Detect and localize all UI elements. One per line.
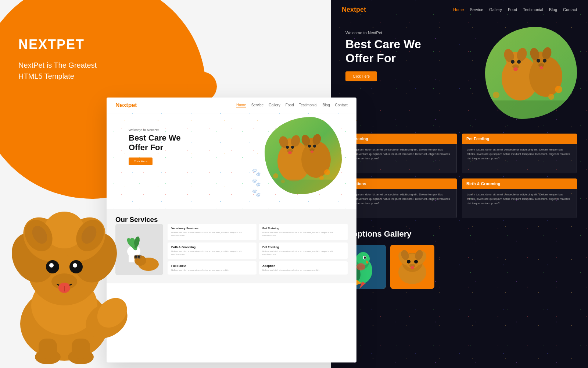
dt-gallery-orange-bg xyxy=(390,245,434,289)
lt-service-bath-desc: Nullam sed nibh at arcu viverra luctus a… xyxy=(171,250,253,256)
lt-service-bath-title: Bath & Grooming xyxy=(171,245,253,249)
dt-card-grooming-text: Lorem ipsum, dolor sit amet consectetur … xyxy=(467,192,572,206)
lt-nav-contact[interactable]: Contact xyxy=(335,103,348,107)
brand-text-block: NEXTPET NextPet is The Greatest HTML5 Te… xyxy=(18,37,97,82)
dt-nav-contact[interactable]: Contact xyxy=(563,7,577,12)
dt-card-training-body: Lorem ipsum, dolor sit amet consectetur … xyxy=(342,144,457,173)
dt-card-grooming: Birth & Grooming Lorem ipsum, dolor sit … xyxy=(462,178,577,218)
dt-nav-food[interactable]: Food xyxy=(508,7,517,12)
brand-title: NEXTPET xyxy=(18,37,97,52)
dt-nav-home[interactable]: Home xyxy=(453,7,464,12)
dt-card-training-header: Pet Traning xyxy=(342,134,457,144)
svg-point-46 xyxy=(511,60,514,64)
dt-card-grooming-body: Lorem ipsum, dolor sit amet consectetur … xyxy=(462,189,577,218)
svg-point-56 xyxy=(493,92,499,98)
svg-point-12 xyxy=(313,145,316,148)
dt-nav: Home Service Gallery Food Testimonial Bl… xyxy=(453,7,577,12)
lt-nav-gallery[interactable]: Gallery xyxy=(269,103,280,107)
svg-point-17 xyxy=(324,169,330,175)
lt-service-adoption-title: Adoption xyxy=(262,264,344,268)
lt-service-feeding-desc: Nullam sed nibh at arcu viverra luctus a… xyxy=(262,250,344,256)
svg-point-54 xyxy=(555,86,562,93)
lt-headline: Best Care We Offer For xyxy=(129,133,180,153)
svg-point-16 xyxy=(311,151,313,153)
lt-nav-food[interactable]: Food xyxy=(286,103,294,107)
svg-point-49 xyxy=(543,59,546,63)
svg-point-53 xyxy=(539,66,543,69)
svg-point-55 xyxy=(548,94,554,100)
svg-point-63 xyxy=(364,256,366,259)
lt-hero-section: Welcome to NextPet Best Care We Offer Fo… xyxy=(107,113,356,209)
svg-point-93 xyxy=(49,263,54,268)
brand-tagline: NextPet is The Greatest HTML5 Template xyxy=(18,60,97,82)
dt-card-adoptions-text: Lorem ipsum, dolor sit amet consectetur … xyxy=(347,192,452,206)
dt-nav-blog[interactable]: Blog xyxy=(549,7,557,12)
dt-nav-gallery[interactable]: Gallery xyxy=(489,7,502,12)
lt-nav: Home Service Gallery Food Testimonial Bl… xyxy=(236,103,348,107)
svg-point-48 xyxy=(537,59,540,63)
lt-dog-blob xyxy=(265,117,342,194)
lt-nav-testimonial[interactable]: Testimonial xyxy=(299,103,317,107)
dt-cta-button[interactable]: Click Here xyxy=(345,71,377,81)
light-template-preview: Nextpet Home Service Gallery Food Testim… xyxy=(107,98,356,362)
dt-service-cards: Pet Traning Lorem ipsum, dolor sit amet … xyxy=(331,130,588,222)
lt-service-adoption-desc: Nullam sed nibh at arcu viverra luctus a… xyxy=(262,269,344,272)
dt-nav-service[interactable]: Service xyxy=(470,7,483,12)
svg-point-77 xyxy=(410,266,414,269)
lt-logo-accent: pet xyxy=(128,102,137,108)
svg-point-10 xyxy=(291,146,294,149)
lt-header: Nextpet Home Service Gallery Food Testim… xyxy=(107,98,356,113)
dark-template-preview: Nextpet Home Service Gallery Food Testim… xyxy=(331,0,588,368)
svg-point-47 xyxy=(517,60,521,64)
dt-header: Nextpet Home Service Gallery Food Testim… xyxy=(331,0,588,20)
dt-gallery-grid xyxy=(342,245,577,289)
lt-service-haircut-desc: Nullam sed nibh at arcu viverra luctus a… xyxy=(171,269,253,272)
dt-logo: Nextpet xyxy=(342,6,366,14)
lt-services-content: Veterinary Services Nullam sed nibh at a… xyxy=(115,224,348,277)
svg-rect-102 xyxy=(72,339,90,359)
svg-point-15 xyxy=(288,151,292,154)
dt-gallery-item-orange xyxy=(390,245,434,289)
dt-logo-accent: pet xyxy=(356,6,366,13)
lt-logo-text: Next xyxy=(115,102,128,108)
dt-card-adoptions-body: Lorem ipsum, dolor sit amet consectetur … xyxy=(342,189,457,218)
lt-hero-content: Welcome to NextPet Best Care We Offer Fo… xyxy=(129,128,180,165)
svg-point-52 xyxy=(513,67,518,71)
lt-cta-button[interactable]: Click Here xyxy=(129,158,153,165)
dt-card-adoptions: Adoptions Lorem ipsum, dolor sit amet co… xyxy=(342,178,457,218)
lt-service-vet-title: Veterinary Services xyxy=(171,227,253,230)
lt-service-vet: Veterinary Services Nullam sed nibh at a… xyxy=(168,224,257,240)
lt-logo: Nextpet xyxy=(115,102,137,109)
lt-service-training-desc: Nullam sed nibh at arcu viverra luctus a… xyxy=(262,231,344,237)
svg-point-74 xyxy=(407,260,410,263)
dt-card-feeding: Pet Feeding Lorem ipsum, dolor sit amet … xyxy=(462,134,577,173)
orange-small-circle xyxy=(187,72,217,101)
dt-card-feeding-text: Lorem ipsum, dolor sit amet consectetur … xyxy=(467,148,572,161)
svg-point-19 xyxy=(273,173,278,178)
lt-service-row-2: Bath & Grooming Nullam sed nibh at arcu … xyxy=(168,243,348,259)
svg-point-31 xyxy=(135,256,137,258)
lt-service-haircut: Full Haicut Nullam sed nibh at arcu vive… xyxy=(168,261,257,275)
svg-point-9 xyxy=(286,146,289,149)
svg-point-18 xyxy=(319,176,324,180)
lt-service-bath: Bath & Grooming Nullam sed nibh at arcu … xyxy=(168,243,257,259)
lt-nav-blog[interactable]: Blog xyxy=(323,103,330,107)
lt-service-training-title: Pet Training xyxy=(262,227,344,230)
dt-gallery-title: Adoptions Gallery xyxy=(342,229,577,239)
lt-nav-service[interactable]: Service xyxy=(251,103,263,107)
dt-gallery-section: Adoptions Gallery xyxy=(331,222,588,296)
svg-point-94 xyxy=(73,263,77,268)
lt-nav-home[interactable]: Home xyxy=(236,103,246,107)
pomeranian-dog-foreground xyxy=(0,195,129,368)
lt-services-section: Our Services xyxy=(107,209,356,283)
svg-point-11 xyxy=(308,145,311,148)
lt-service-row-3: Full Haicut Nullam sed nibh at arcu vive… xyxy=(168,261,348,275)
lt-services-list: Veterinary Services Nullam sed nibh at a… xyxy=(168,224,348,277)
dt-card-training: Pet Traning Lorem ipsum, dolor sit amet … xyxy=(342,134,457,173)
svg-point-65 xyxy=(356,263,365,270)
dt-card-training-text: Lorem ipsum, dolor sit amet consectetur … xyxy=(347,148,452,161)
lt-service-feeding: Pet Feeding Nullam sed nibh at arcu vive… xyxy=(259,243,348,259)
lt-service-row-1: Veterinary Services Nullam sed nibh at a… xyxy=(168,224,348,240)
dt-nav-testimonial[interactable]: Testimonial xyxy=(523,7,543,12)
svg-rect-57 xyxy=(485,100,577,119)
